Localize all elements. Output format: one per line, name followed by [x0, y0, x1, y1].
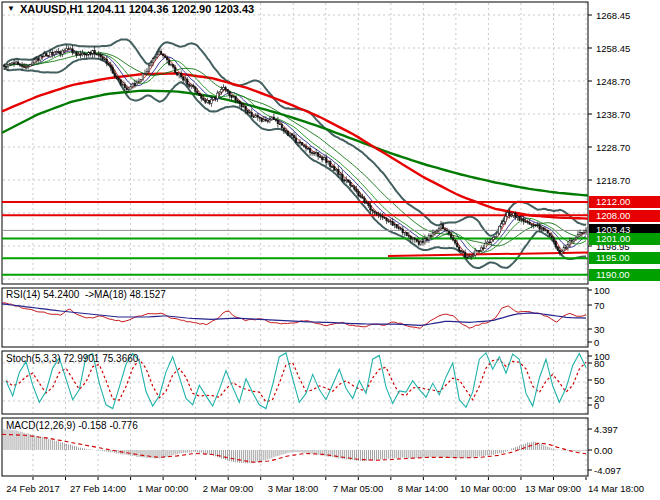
- price-tick-label: 1238.70: [596, 109, 630, 120]
- price-level-badge: 1208.00: [589, 210, 660, 222]
- chart-title-bar: ▼ XAUUSD,H1 1204.11 1204.36 1202.90 1203…: [7, 3, 254, 15]
- candle-body: [15, 62, 17, 64]
- candle-body: [279, 124, 281, 125]
- stoch-scale-label: 50: [594, 375, 605, 386]
- candle-body: [432, 233, 434, 237]
- candle-body: [549, 233, 551, 236]
- candle-body: [209, 100, 211, 103]
- candle-body: [376, 213, 378, 214]
- candle-body: [555, 242, 557, 248]
- candle-body: [211, 99, 213, 103]
- candle-body: [438, 228, 440, 230]
- price-axis[interactable]: 1268.451258.451248.701238.701228.701218.…: [588, 0, 660, 477]
- candle-body: [402, 229, 404, 233]
- candle-body: [170, 65, 172, 66]
- candle-body: [418, 242, 420, 245]
- candle-body: [104, 59, 106, 60]
- candle-body: [464, 253, 466, 257]
- rsi-scale-label: 100: [594, 285, 610, 296]
- candle-body: [94, 50, 96, 54]
- symbol-dropdown-icon[interactable]: ▼: [7, 4, 15, 14]
- candle-body: [499, 226, 501, 233]
- candle-body: [559, 250, 561, 253]
- candle-body: [283, 128, 285, 130]
- candle-body: [62, 51, 64, 54]
- candle-body: [450, 234, 452, 238]
- candle-body: [489, 242, 491, 243]
- candle-body: [346, 180, 348, 181]
- candle-body: [581, 232, 583, 233]
- candle-body: [166, 57, 168, 59]
- candle-body: [368, 203, 370, 205]
- candle-body: [52, 52, 54, 54]
- candle-body: [114, 73, 116, 76]
- time-axis[interactable]: 24 Feb 201727 Feb 14:001 Mar 00:002 Mar …: [0, 477, 660, 500]
- candle-body: [174, 67, 176, 73]
- candle-body: [41, 56, 43, 57]
- candle-body: [33, 60, 35, 63]
- candle-body: [565, 248, 567, 249]
- candle-body: [424, 239, 426, 243]
- candle-body: [19, 65, 21, 66]
- candle-body: [307, 148, 309, 149]
- candle-body: [412, 238, 414, 239]
- rsi-scale-label: 70: [594, 300, 605, 311]
- candle-body: [436, 230, 438, 231]
- candle-body: [197, 91, 199, 93]
- candle-body: [442, 225, 444, 229]
- candle-body: [233, 96, 235, 97]
- rsi-ma-line: [2, 304, 586, 326]
- candle-body: [505, 216, 507, 222]
- candle-body: [384, 218, 386, 219]
- candle-body: [374, 211, 376, 213]
- candle-body: [527, 222, 529, 223]
- candle-body: [547, 230, 549, 233]
- candle-body: [45, 54, 47, 56]
- candle-body: [29, 65, 31, 67]
- candle-body: [190, 86, 192, 87]
- candle-body: [303, 145, 305, 146]
- candle-body: [199, 93, 201, 95]
- candle-body: [116, 76, 118, 78]
- candle-body: [458, 247, 460, 250]
- candle-body: [9, 63, 11, 64]
- candle-body: [64, 51, 66, 52]
- candle-body: [454, 240, 456, 243]
- candle-body: [259, 117, 261, 118]
- candle-body: [126, 88, 128, 90]
- candle-body: [414, 238, 416, 239]
- candle-body: [537, 225, 539, 226]
- candle-body: [205, 100, 207, 102]
- candle-body: [406, 233, 408, 236]
- candle-body: [249, 112, 251, 113]
- candle-body: [158, 51, 160, 54]
- candle-body: [533, 225, 535, 226]
- candle-body: [420, 241, 422, 245]
- price-tick-label: 1218.70: [596, 175, 630, 186]
- candle-body: [440, 225, 442, 229]
- date-label: 7 Mar 05:00: [333, 483, 384, 494]
- macd-scale-label: -4.097: [594, 465, 621, 476]
- date-label: 13 Mar 09:00: [525, 483, 581, 494]
- date-label: 10 Mar 00:00: [460, 483, 516, 494]
- candle-body: [271, 117, 273, 120]
- candle-body: [430, 235, 432, 236]
- candle-body: [422, 241, 424, 243]
- candle-body: [120, 80, 122, 85]
- candle-body: [68, 49, 70, 50]
- candle-body: [382, 216, 384, 217]
- candle-body: [178, 73, 180, 75]
- candle-body: [513, 213, 515, 215]
- candle-body: [309, 149, 311, 153]
- candle-body: [184, 79, 186, 80]
- candle-body: [154, 57, 156, 58]
- candle-body: [37, 59, 39, 60]
- candle-body: [579, 232, 581, 234]
- candle-body: [168, 60, 170, 65]
- candle-body: [511, 215, 513, 216]
- candle-body: [50, 52, 52, 57]
- candle-body: [509, 212, 511, 215]
- candle-body: [378, 214, 380, 215]
- candle-body: [497, 233, 499, 237]
- price-tick-label: 1248.70: [596, 76, 630, 87]
